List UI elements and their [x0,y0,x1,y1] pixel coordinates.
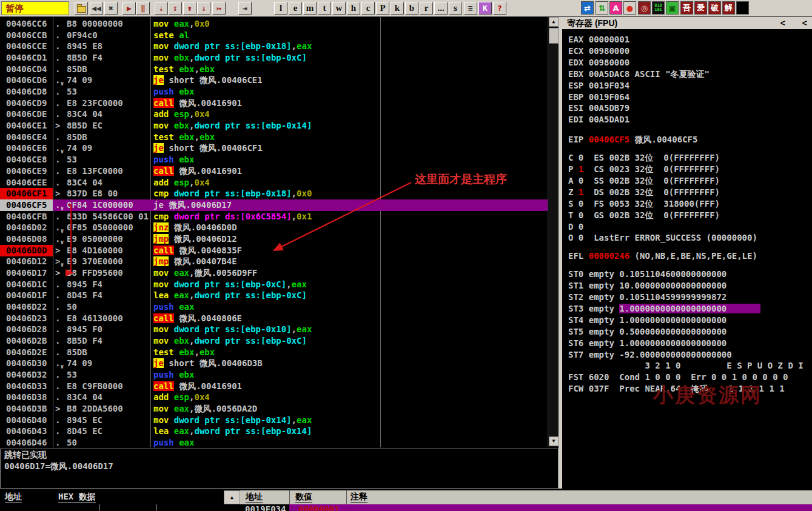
step-over-icon[interactable]: ↧ [169,2,182,15]
disasm-row[interactable]: 00406D17>B8 FFD95600mov eax,微风.0056D9FF [0,267,548,279]
disasm-row[interactable]: 00406D3B>B8 2DDA5600mov eax,微风.0056DA2D [0,403,548,415]
letter-button-c[interactable]: c [361,2,375,15]
address-cell[interactable]: 00406CE6 [0,142,53,154]
disasm-row[interactable]: 00406D2B.8B5D F4mov ebx,dword ptr ss:[eb… [0,335,548,347]
scroll-thumb[interactable] [549,28,559,44]
disasm-scrollbar[interactable]: ▲ ▼ [548,17,559,447]
address-cell[interactable]: 00406CC6 [0,18,53,30]
binary-icon[interactable]: 010101 [652,1,665,15]
disasm-row[interactable]: 00406D46.50push eax [0,437,548,447]
register-line[interactable]: ST0 empty 0.1051104600000000000 [568,269,726,280]
collapse-left-icon[interactable]: < [780,17,785,29]
register-line[interactable]: EBX 00A5DAC8 ASCII "冬夏验证" [568,68,710,80]
letter-button-l[interactable]: l [274,2,287,15]
address-cell[interactable]: 00406CF1 [0,188,53,199]
register-line[interactable]: EBP 0019F064 [568,92,629,103]
address-cell[interactable]: 00406D2E [0,347,53,358]
black-square[interactable] [736,1,749,15]
address-cell[interactable]: 00406D2B [0,335,53,347]
disasm-row[interactable]: 00406D12>∨E9 370E0000jmp 微风.00407B4E [0,256,548,267]
breakpoint-dot-icon[interactable]: ● [623,1,636,15]
plugin-wu-icon[interactable]: 吾 [680,1,693,15]
address-cell[interactable]: 00406CD4 [0,64,53,75]
disasm-row[interactable]: 00406CD8.53push ebx [0,86,548,98]
address-cell[interactable]: 00406D08 [0,233,53,245]
letter-button-h[interactable]: h [347,2,360,15]
address-cell[interactable]: 00406CE1 [0,120,53,132]
register-line[interactable]: 3 2 1 0 E S P U O Z D I [568,360,804,372]
address-cell[interactable]: 00406CE9 [0,165,53,177]
letter-button-s[interactable]: s [449,2,462,15]
address-cell[interactable]: 00406CCE [0,41,53,52]
step-into-icon[interactable]: ⇣ [155,2,168,15]
dump-row[interactable]: 0049E000 E9 18 E8 74 80 1B E8 74 00 20 [0,504,240,511]
run-icon[interactable]: ▶ [122,2,136,15]
register-line[interactable]: ESI 00A5DB79 [568,102,629,114]
disasm-row[interactable]: 00406CDE.83C4 04add esp,0x4 [0,109,548,120]
ascii-icon[interactable]: A [609,1,622,15]
address-cell[interactable]: 00406D43 [0,426,53,437]
disasm-row[interactable]: 00406D32.53push ebx [0,369,548,381]
register-line[interactable]: EDI 00A5DAD1 [568,114,629,125]
address-cell[interactable]: 00406D33 [0,381,53,392]
disasm-row[interactable]: 00406CCE.8945 E8mov dword ptr ss:[ebp-0x… [0,41,548,52]
address-cell[interactable]: 00406D02 [0,222,53,233]
address-cell[interactable]: 00406D38 [0,392,53,403]
register-line[interactable]: EIP 00406CF5 微风.00406CF5 [568,134,697,145]
address-cell[interactable]: 00406D12 [0,256,53,267]
register-line[interactable]: Z 1 DS 002B 32位 0(FFFFFFFF) [568,187,720,198]
memory-window-icon[interactable]: ▣ [666,1,679,15]
disassembly-pane[interactable]: 00406CC6.B8 00000000mov eax,0x000406CCB.… [0,17,548,447]
register-line[interactable]: ST6 empty 1.0000000000000000000 [568,338,726,349]
disasm-row[interactable]: 00406D38.83C4 04add esp,0x4 [0,392,548,403]
letter-button-...[interactable]: ... [434,2,448,15]
disasm-row[interactable]: 00406CE6.∨74 09je short 微风.00406CF1 [0,142,548,154]
address-cell[interactable]: 00406D1C [0,279,53,290]
register-line[interactable]: A 0 SS 002B 32位 0(FFFFFFFF) [568,175,720,187]
address-cell[interactable]: 00406D22 [0,301,53,313]
disasm-row[interactable]: 00406D30.∨74 09je short 微风.00406D3B [0,358,548,369]
disasm-row[interactable]: 00406D33.E8 C9FB0000call 微风.00416901 [0,381,548,392]
address-cell[interactable]: 00406CCB [0,30,53,41]
disasm-row[interactable]: 00406CD1.8B5D F4mov ebx,dword ptr ss:[eb… [0,52,548,64]
disasm-row[interactable]: 00406CD6.∨74 09je short 微风.00406CE1 [0,75,548,86]
address-cell[interactable]: 00406D46 [0,437,53,447]
address-cell[interactable]: 00406D1F [0,290,53,301]
animate-into-icon[interactable]: ⇟ [183,2,196,15]
address-cell[interactable]: 00406CFB [0,211,53,222]
disasm-row[interactable]: 00406D2E.85DBtest ebx,ebx [0,347,548,358]
register-line[interactable]: ST4 empty 1.0000000000000000000 [568,315,726,326]
address-cell[interactable]: 00406CE4 [0,132,53,143]
register-line[interactable]: ST5 empty 0.5000000000000000000 [568,326,726,338]
disasm-row[interactable]: 00406CD4.85DBtest ebx,ebx [0,64,548,75]
address-cell[interactable]: 00406CF5 [0,199,53,211]
disasm-row[interactable]: 00406D02.∨0F85 05000000jnz 微风.00406D0D [0,222,548,233]
register-line[interactable]: O 0 LastErr ERROR_SUCCESS (00000000) [568,232,757,244]
disasm-row[interactable]: 00406CE1>8B5D ECmov ebx,dword ptr ss:[eb… [0,120,548,132]
letter-button-m[interactable]: m [303,2,317,15]
dump-scroll-up-button[interactable]: ▲ [224,490,240,504]
letter-button-t[interactable]: t [318,2,331,15]
register-line[interactable]: EDX 00980000 [568,57,629,68]
pane-splitter[interactable] [559,17,562,489]
swap-icon[interactable]: ⇄ [581,1,594,15]
close-icon[interactable]: ✖ [104,2,118,15]
letter-button-k[interactable]: k [391,2,404,15]
address-cell[interactable]: 00406CE8 [0,154,53,165]
stack-row[interactable]: 00000001 [289,504,812,511]
collapse-right-icon[interactable]: < [802,17,807,29]
disasm-row[interactable]: 00406CC6.B8 00000000mov eax,0x0 [0,18,548,30]
disasm-row[interactable]: 00406D28.8945 F0mov dword ptr ss:[ebp-0x… [0,324,548,335]
updown-arrows-icon[interactable]: ⇅ [596,1,608,15]
address-cell[interactable]: 00406CD9 [0,98,53,109]
register-line[interactable]: ST2 empty 0.1051104599999999872 [568,292,726,303]
address-cell[interactable]: 00406D40 [0,415,53,426]
address-cell[interactable]: 00406D3B [0,403,53,415]
address-cell[interactable]: 00406CD1 [0,52,53,64]
disasm-row[interactable]: 00406CF5.∨0F84 1C000000je 微风.00406D17 [0,199,548,211]
disasm-row[interactable]: 00406D22.50push eax [0,301,548,313]
register-line[interactable]: S 0 FS 0053 32位 318000(FFF) [568,198,720,210]
register-line[interactable]: ECX 00980000 [568,45,629,57]
letter-button-e[interactable]: e [289,2,302,15]
plugin-jie-icon[interactable]: 解 [722,1,735,15]
